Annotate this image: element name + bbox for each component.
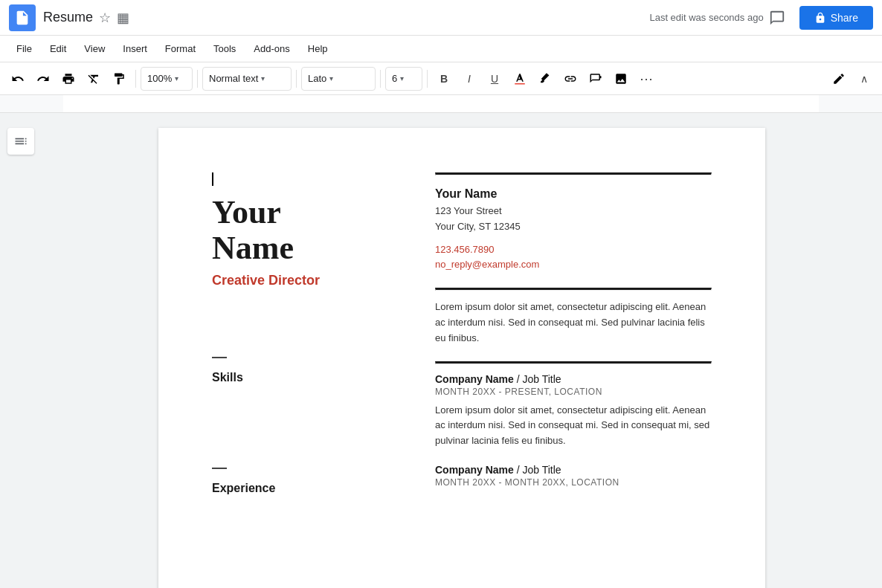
paint-format-button[interactable] bbox=[107, 67, 131, 91]
experience-section: Company Name / Job Title MONTH 20XX - PR… bbox=[435, 361, 712, 488]
collapse-toolbar-button[interactable]: ∧ bbox=[852, 67, 876, 91]
skills-label[interactable]: Skills bbox=[212, 371, 405, 384]
job-meta-1: MONTH 20XX - PRESENT, LOCATION bbox=[435, 387, 712, 397]
skills-body[interactable]: Lorem ipsum dolor sit amet, consectetur … bbox=[435, 300, 712, 346]
contact-phone[interactable]: 123.456.7890 bbox=[435, 242, 712, 258]
divider-5 bbox=[427, 70, 428, 88]
format-clear-button[interactable] bbox=[82, 67, 106, 91]
menu-view[interactable]: View bbox=[77, 40, 112, 57]
svg-rect-1 bbox=[19, 20, 24, 21]
underline-button[interactable]: U bbox=[483, 67, 506, 91]
title-bar: Resume ☆ ▦ Last edit was seconds ago Sha… bbox=[0, 0, 882, 36]
company-1[interactable]: Company Name / Job Title bbox=[435, 373, 712, 385]
main-area: YourName Creative Director — Skills — Ex… bbox=[0, 113, 882, 588]
contact-name[interactable]: Your Name bbox=[435, 187, 712, 201]
divider-4 bbox=[380, 70, 381, 88]
insert-comment-button[interactable] bbox=[584, 67, 608, 91]
svg-rect-3 bbox=[515, 83, 525, 85]
contact-address: 123 Your Street Your City, ST 12345 bbox=[435, 204, 712, 235]
menu-format[interactable]: Format bbox=[158, 40, 203, 57]
menu-insert[interactable]: Insert bbox=[115, 40, 155, 57]
experience-entry-1: Company Name / Job Title MONTH 20XX - PR… bbox=[435, 373, 712, 449]
contact-separator bbox=[435, 172, 712, 175]
menu-edit[interactable]: Edit bbox=[42, 40, 74, 57]
divider-3 bbox=[296, 70, 297, 88]
insert-image-button[interactable] bbox=[609, 67, 633, 91]
zoom-chevron: ▾ bbox=[175, 74, 178, 83]
toolbar: 100% ▾ Normal text ▾ Lato ▾ 6 ▾ B I U ⋯ bbox=[0, 62, 882, 95]
print-button[interactable] bbox=[57, 67, 80, 91]
skills-section: Lorem ipsum dolor sit amet, consectetur … bbox=[435, 288, 712, 346]
menu-bar: File Edit View Insert Format Tools Add-o… bbox=[0, 36, 882, 62]
divider-1 bbox=[135, 70, 136, 88]
italic-button[interactable]: I bbox=[457, 67, 481, 91]
bold-button[interactable]: B bbox=[432, 67, 456, 91]
resume-left: YourName Creative Director — Skills — Ex… bbox=[212, 172, 405, 503]
link-button[interactable] bbox=[559, 67, 582, 91]
experience-entry-2: Company Name / Job Title MONTH 20XX - MO… bbox=[435, 464, 712, 488]
your-name[interactable]: YourName bbox=[212, 195, 405, 267]
font-size-selector[interactable]: 6 ▾ bbox=[385, 67, 422, 91]
experience-body-1[interactable]: Lorem ipsum dolor sit amet, consectetur … bbox=[435, 403, 712, 449]
menu-file[interactable]: File bbox=[9, 40, 39, 57]
sidebar bbox=[0, 113, 42, 588]
resume-right: Your Name 123 Your Street Your City, ST … bbox=[435, 172, 712, 503]
text-color-button[interactable] bbox=[508, 67, 532, 91]
folder-icon[interactable]: ▦ bbox=[117, 10, 129, 26]
size-chevron: ▾ bbox=[400, 74, 404, 83]
experience-dash: — bbox=[212, 459, 405, 476]
contact-email[interactable]: no_reply@example.com bbox=[435, 257, 712, 273]
style-chevron: ▾ bbox=[261, 74, 265, 83]
skills-separator bbox=[435, 288, 712, 291]
doc-title[interactable]: Resume bbox=[43, 10, 93, 25]
resume-layout: YourName Creative Director — Skills — Ex… bbox=[212, 172, 712, 503]
more-button[interactable]: ⋯ bbox=[634, 67, 658, 91]
star-icon[interactable]: ☆ bbox=[99, 10, 111, 26]
undo-button[interactable] bbox=[6, 67, 30, 91]
menu-tools[interactable]: Tools bbox=[206, 40, 243, 57]
share-button[interactable]: Share bbox=[799, 6, 873, 30]
ruler bbox=[0, 95, 882, 113]
last-edit-header: Last edit was seconds ago bbox=[649, 12, 763, 23]
font-chevron: ▾ bbox=[329, 74, 333, 83]
ruler-inner bbox=[63, 95, 819, 112]
svg-rect-0 bbox=[19, 18, 25, 19]
svg-rect-2 bbox=[19, 16, 22, 17]
title-bar-right: Share bbox=[764, 4, 873, 31]
doc-title-area: Resume ☆ ▦ bbox=[43, 10, 634, 26]
divider-2 bbox=[197, 70, 198, 88]
experience-separator bbox=[435, 361, 712, 364]
company-2[interactable]: Company Name / Job Title bbox=[435, 464, 712, 476]
menu-help[interactable]: Help bbox=[300, 40, 335, 57]
editing-mode-button[interactable] bbox=[827, 67, 851, 91]
job-title[interactable]: Creative Director bbox=[212, 273, 405, 288]
comment-button[interactable] bbox=[764, 4, 791, 31]
highlight-button[interactable] bbox=[533, 67, 557, 91]
menu-addons[interactable]: Add-ons bbox=[246, 40, 297, 57]
style-selector[interactable]: Normal text ▾ bbox=[202, 67, 292, 91]
doc-container: YourName Creative Director — Skills — Ex… bbox=[42, 113, 882, 588]
app-icon bbox=[9, 4, 36, 31]
share-label: Share bbox=[831, 12, 858, 24]
redo-button[interactable] bbox=[31, 67, 55, 91]
font-selector[interactable]: Lato ▾ bbox=[301, 67, 376, 91]
outline-button[interactable] bbox=[7, 128, 34, 155]
zoom-selector[interactable]: 100% ▾ bbox=[141, 67, 193, 91]
doc-page[interactable]: YourName Creative Director — Skills — Ex… bbox=[158, 128, 765, 588]
cursor bbox=[212, 172, 213, 186]
skills-dash: — bbox=[212, 348, 405, 365]
job-meta-2: MONTH 20XX - MONTH 20XX, LOCATION bbox=[435, 477, 712, 488]
experience-label[interactable]: Experience bbox=[212, 482, 405, 495]
